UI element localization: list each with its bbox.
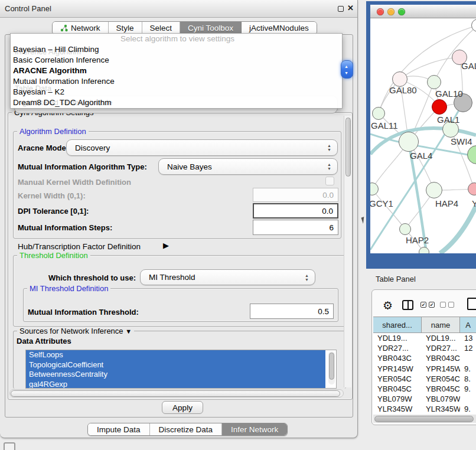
table-cell: YBR043C [373,354,422,363]
close-traffic-light-icon[interactable] [377,8,384,15]
network-node-gal4[interactable] [399,132,419,152]
collapsed-panel-icon[interactable] [4,442,15,450]
table-row[interactable]: YDL19...YDL19...13 [373,333,476,343]
tab-label: Discretize Data [159,425,213,434]
tab-select[interactable]: Select [142,22,181,34]
network-node-hap2[interactable] [399,223,411,235]
screen: Control Panel ✕ Network Style Select Cyn… [0,0,476,450]
checked-checkbox-icon[interactable]: ✔ [429,302,435,308]
hub-definition-label[interactable]: Hub/Transcription Factor Definition [18,242,141,251]
table-row[interactable]: YER054CYER054C8. [373,374,476,384]
tab-label: Network [71,24,100,32]
document-icon[interactable] [467,298,476,310]
unchecked-checkbox-icon[interactable] [440,302,446,308]
table-body: YDL19...YDL19...13YDR27...YDR27...12YBR0… [373,333,476,415]
popup-item-basic-correlation[interactable]: Basic Correlation Inference [11,55,342,66]
mi-steps-input[interactable]: 6 [253,220,338,235]
mi-type-label: Mutual Information Algorithm Type: [18,162,147,171]
settings-horizontal-scrollbar[interactable] [9,389,344,397]
mi-algorithm-type-combobox[interactable]: Naive Bayes ▲▼ [158,158,338,175]
node-label-gal1: GAL1 [437,115,459,125]
sources-title-text: Sources for Network Inference [19,327,123,335]
tab-label: jActiveMNodules [249,24,309,32]
popup-item-bayesian-k2[interactable]: Bayesian – K2 [11,87,342,97]
list-vertical-scrollbar[interactable] [328,351,335,384]
tab-discretize-data[interactable]: Discretize Data [150,423,223,435]
column-browser-icon[interactable] [402,300,413,310]
table-cell: YDL19... [422,334,460,343]
popup-item-aracne[interactable]: ARACNE Algorithm [11,66,342,76]
column-header-shared-name[interactable]: shared... [373,317,422,332]
network-node-hap4[interactable] [426,182,442,198]
node-label-gal: GAL [461,61,476,71]
apply-button[interactable]: Apply [162,401,203,414]
expand-arrow-icon[interactable]: ▶ [163,241,169,250]
apply-label: Apply [172,403,193,412]
network-node-gal10[interactable] [427,75,441,89]
zoom-traffic-light-icon[interactable] [398,8,405,15]
list-item[interactable]: SelfLoops [26,350,325,360]
table-row[interactable]: YBL079WYBL079W [373,394,476,404]
table-row[interactable]: YPR145WYPR145W9. [373,364,476,374]
minimize-traffic-light-icon[interactable] [387,8,395,15]
tab-network[interactable]: Network [53,22,109,34]
column-header-name[interactable]: name [422,317,460,332]
checked-checkbox-icon[interactable]: ✔ [420,302,426,308]
network-node[interactable] [419,247,429,253]
sources-title[interactable]: Sources for Network Inference ▼ [17,327,134,335]
combo-value: Discovery [75,144,110,152]
table-row[interactable]: YLR345WYLR345W9. [373,404,476,414]
network-window-titlebar[interactable] [370,5,476,18]
popup-prompt[interactable]: Select algorithm to view settings [11,34,342,44]
list-item[interactable]: TopologicalCoefficient [26,360,325,370]
algorithm-combo-arrow-button[interactable]: ▲ ▼ [341,60,353,79]
table-cell: YER054C [422,374,460,383]
algorithm-dropdown-popup: Select algorithm to view settings Bayesi… [10,33,343,109]
tab-label: Infer Network [231,425,278,434]
gear-icon[interactable]: ⚙ [383,299,393,312]
network-canvas[interactable]: GAL GAL80 GAL10 GAL1 SWI4 GAL11 GAL4 GCY… [370,18,476,253]
field-value: 6 [329,223,334,232]
tab-style[interactable]: Style [109,22,142,34]
network-node-gal1-red[interactable] [432,99,447,115]
manual-kernel-width-checkbox[interactable] [325,177,334,185]
mi-threshold-input[interactable]: 0.5 [250,304,334,319]
dpi-tolerance-input[interactable]: 0.0 [253,203,338,219]
table-row[interactable]: YBR045CYBR045C9. [373,384,476,394]
column-header-third[interactable]: A [460,317,476,332]
network-node-gal11[interactable] [372,107,385,120]
table-cell: 13 [460,334,476,343]
table-cell: 9. [460,384,476,393]
list-item[interactable]: BetweennessCentrality [26,370,325,380]
list-item[interactable]: gal4RGexp [26,380,325,389]
field-value: 0.0 [322,207,333,216]
network-icon [60,24,68,32]
group-title: MI Threshold Definition [27,284,110,293]
tab-infer-network[interactable]: Infer Network [222,423,287,435]
table-cell: YER054C [373,374,422,383]
table-row[interactable]: YBR043CYBR043C [373,353,476,363]
tab-cyni-toolbox[interactable]: Cyni Toolbox [180,22,242,34]
tab-impute-data[interactable]: Impute Data [88,423,150,435]
table-row[interactable]: YDR27...YDR27...12 [373,343,476,353]
ghost-table-data-label: Table Data [15,84,51,93]
table-cell: YBL079W [373,394,422,403]
float-window-icon[interactable] [338,6,344,12]
table-horizontal-scrollbar[interactable] [373,415,476,423]
panel-title: Control Panel [5,4,51,13]
table-cell: YPR145W [422,364,460,373]
tab-jactivemnodules[interactable]: jActiveMNodules [242,22,317,34]
close-icon[interactable]: ✕ [347,4,354,12]
aracne-mode-combobox[interactable]: Discovery ▲▼ [66,139,338,156]
combo-arrows-icon: ▲▼ [327,163,331,171]
unchecked-checkbox-icon[interactable] [448,302,454,308]
arrow-down-icon: ▼ [344,71,348,75]
popup-item-mutual-information[interactable]: Mutual Information Inference [11,76,342,87]
kernel-width-input[interactable]: 0.0 [253,188,338,202]
settings-vertical-scrollbar[interactable] [344,116,351,387]
which-threshold-combobox[interactable]: MI Threshold ▲▼ [140,269,315,285]
control-panel-titlebar: Control Panel ✕ [0,0,357,18]
group-title: Threshold Definition [17,251,90,260]
mi-steps-label: Mutual Information Steps: [18,223,112,232]
node-label-hap4: HAP4 [435,198,458,208]
